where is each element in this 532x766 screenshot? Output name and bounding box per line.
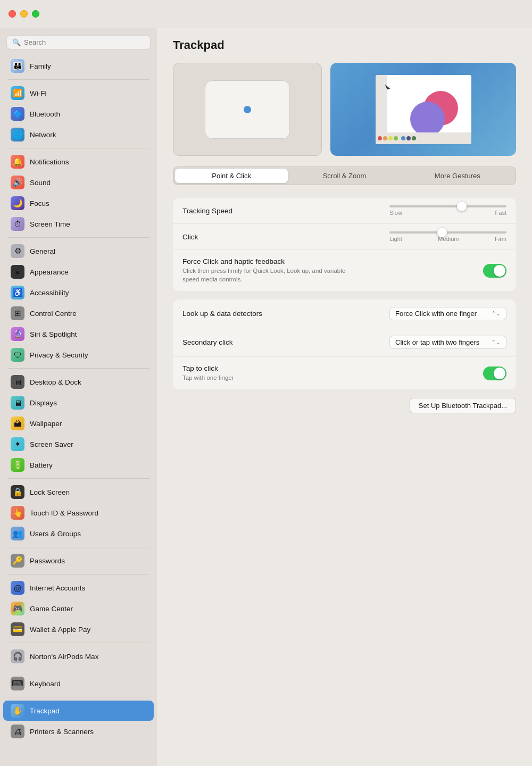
sidebar-item-users[interactable]: 👥Users & Groups xyxy=(3,523,154,544)
sidebar-divider-after-battery xyxy=(7,478,149,479)
sidebar-item-wallet[interactable]: 💳Wallet & Apple Pay xyxy=(3,619,154,639)
sidebar: 🔍 👪Family📶Wi-Fi🔷Bluetooth🌐Network🔔Notifi… xyxy=(0,28,157,766)
search-icon: 🔍 xyxy=(12,38,21,46)
lookup-control[interactable]: Force Click with one finger ⌃⌄ xyxy=(389,307,506,320)
page-title: Trackpad xyxy=(173,38,516,52)
sidebar-item-general[interactable]: ⚙General xyxy=(3,241,154,261)
gesture-preview xyxy=(330,63,516,156)
toolbar-dot-yellow2 xyxy=(388,136,393,140)
sidebar-divider-after-keyboard xyxy=(7,697,149,697)
wifi-icon: 📶 xyxy=(11,86,24,100)
bottom-button-row: Set Up Bluetooth Trackpad... xyxy=(173,398,516,413)
sidebar-item-airpods[interactable]: 🎧Norton's AirPods Max xyxy=(3,646,154,667)
sidebar-item-sound[interactable]: 🔊Sound xyxy=(3,172,154,193)
sidebar-item-internetaccounts[interactable]: @Internet Accounts xyxy=(3,578,154,598)
tracking-speed-row: Tracking Speed Slow Fast xyxy=(173,198,516,224)
tab-point-click[interactable]: Point & Click xyxy=(175,169,288,183)
tracking-speed-slider-thumb[interactable] xyxy=(457,202,467,211)
sidebar-item-network[interactable]: 🌐Network xyxy=(3,124,154,145)
maximize-button[interactable] xyxy=(32,10,39,18)
sidebar-item-displays[interactable]: 🖥Displays xyxy=(3,393,154,413)
sidebar-item-printers[interactable]: 🖨Printers & Scanners xyxy=(3,721,154,742)
search-input[interactable] xyxy=(24,38,145,46)
sidebar-item-screentime[interactable]: ⏱Screen Time xyxy=(3,214,154,234)
click-label: Click xyxy=(182,233,389,241)
search-box[interactable]: 🔍 xyxy=(6,35,151,49)
sidebar-item-appearance[interactable]: ●Appearance xyxy=(3,262,154,282)
minimize-button[interactable] xyxy=(20,10,28,18)
tap-to-click-toggle[interactable] xyxy=(483,367,506,380)
force-click-toggle[interactable] xyxy=(483,264,506,278)
setup-bluetooth-button[interactable]: Set Up Bluetooth Trackpad... xyxy=(410,398,516,413)
click-control: Light Medium Firm xyxy=(389,231,506,242)
click-slider-thumb[interactable] xyxy=(437,228,447,237)
sidebar-item-label-notifications: Notifications xyxy=(30,158,69,166)
toolbar-dot-green xyxy=(394,136,398,140)
sidebar-item-label-general: General xyxy=(30,247,55,255)
focus-icon: 🌙 xyxy=(11,196,24,210)
keyboard-icon: ⌨ xyxy=(11,677,24,690)
lookup-select[interactable]: Force Click with one finger ⌃⌄ xyxy=(389,307,506,320)
sidebar-item-privacy[interactable]: 🛡Privacy & Security xyxy=(3,345,154,365)
notifications-icon: 🔔 xyxy=(11,155,24,169)
sidebar-item-wifi[interactable]: 📶Wi-Fi xyxy=(3,83,154,103)
sidebar-item-desktopdock[interactable]: 🖥Desktop & Dock xyxy=(3,372,154,392)
sidebar-item-gamecenter[interactable]: 🎮Game Center xyxy=(3,598,154,619)
sidebar-item-battery[interactable]: 🔋Battery xyxy=(3,455,154,475)
sidebar-item-label-displays: Displays xyxy=(30,399,57,407)
trackpad-preview xyxy=(173,63,322,156)
sidebar-item-family[interactable]: 👪Family xyxy=(3,56,154,76)
main-content: Trackpad xyxy=(157,28,532,766)
trackpad-cursor-dot xyxy=(244,106,251,113)
sidebar-item-screensaver[interactable]: ✦Screen Saver xyxy=(3,434,154,454)
privacy-icon: 🛡 xyxy=(11,348,24,362)
wallpaper-icon: 🏔 xyxy=(11,417,24,430)
touchid-icon: 👆 xyxy=(11,506,24,520)
sidebar-item-passwords[interactable]: 🔑Passwords xyxy=(3,551,154,571)
secondary-click-select-value: Click or tap with two fingers xyxy=(395,338,479,346)
force-click-sublabel: Click then press firmly for Quick Look, … xyxy=(182,267,363,284)
close-button[interactable] xyxy=(9,10,16,18)
sidebar-item-label-internetaccounts: Internet Accounts xyxy=(30,584,85,592)
sidebar-item-keyboard[interactable]: ⌨Keyboard xyxy=(3,673,154,694)
force-click-label-area: Force Click and haptic feedback Click th… xyxy=(182,257,483,284)
siri-icon: 🔮 xyxy=(11,327,24,341)
click-light-label: Light xyxy=(389,236,402,242)
sidebar-item-label-accessibility: Accessibility xyxy=(30,289,69,297)
tab-more-gestures[interactable]: More Gestures xyxy=(401,169,514,183)
sidebar-item-bluetooth[interactable]: 🔷Bluetooth xyxy=(3,104,154,124)
sidebar-item-label-printers: Printers & Scanners xyxy=(30,728,94,736)
sidebar-item-controlcentre[interactable]: ⊞Control Centre xyxy=(3,303,154,323)
tracking-speed-slider-track[interactable] xyxy=(389,205,506,207)
sidebar-item-label-appearance: Appearance xyxy=(30,268,69,276)
tracking-speed-slow-label: Slow xyxy=(389,210,402,216)
sidebar-item-lockscreen[interactable]: 🔒Lock Screen xyxy=(3,482,154,502)
force-click-row: Force Click and haptic feedback Click th… xyxy=(173,250,516,291)
sidebar-item-notifications[interactable]: 🔔Notifications xyxy=(3,152,154,172)
click-slider-track[interactable] xyxy=(389,231,506,234)
sidebar-item-touchid[interactable]: 👆Touch ID & Password xyxy=(3,503,154,523)
secondary-click-select[interactable]: Click or tap with two fingers ⌃⌄ xyxy=(389,336,506,349)
secondary-click-row: Secondary click Click or tap with two fi… xyxy=(173,328,516,357)
screensaver-icon: ✦ xyxy=(11,437,24,451)
sidebar-item-label-wifi: Wi-Fi xyxy=(30,89,46,97)
sidebar-item-label-screentime: Screen Time xyxy=(30,220,70,228)
sidebar-item-focus[interactable]: 🌙Focus xyxy=(3,193,154,213)
screentime-icon: ⏱ xyxy=(11,217,24,231)
sidebar-item-wallpaper[interactable]: 🏔Wallpaper xyxy=(3,413,154,434)
tab-scroll-zoom[interactable]: Scroll & Zoom xyxy=(288,169,401,183)
sidebar-item-label-wallet: Wallet & Apple Pay xyxy=(30,626,90,634)
sidebar-item-label-bluetooth: Bluetooth xyxy=(30,110,60,118)
sidebar-item-label-users: Users & Groups xyxy=(30,530,81,538)
wallet-icon: 💳 xyxy=(11,622,24,636)
tabs-container: Point & Click Scroll & Zoom More Gesture… xyxy=(173,166,516,185)
sidebar-item-siri[interactable]: 🔮Siri & Spotlight xyxy=(3,324,154,344)
sidebar-item-trackpad[interactable]: ✋Trackpad xyxy=(3,701,154,721)
sidebar-item-accessibility[interactable]: ♿Accessibility xyxy=(3,282,154,303)
sidebar-item-label-privacy: Privacy & Security xyxy=(30,351,88,359)
secondary-click-control[interactable]: Click or tap with two fingers ⌃⌄ xyxy=(389,336,506,349)
force-click-toggle-thumb xyxy=(494,265,505,277)
family-icon: 👪 xyxy=(11,59,24,73)
sidebar-item-label-airpods: Norton's AirPods Max xyxy=(30,653,98,661)
secondary-click-label: Secondary click xyxy=(182,338,389,346)
